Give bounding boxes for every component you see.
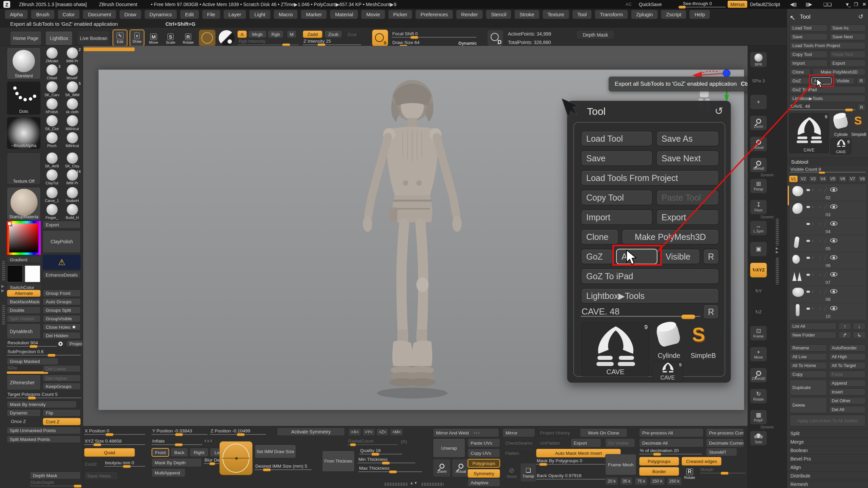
brush-slot[interactable]: 5SK_IMM	[62, 81, 82, 98]
quality-slider[interactable]: Quality 16	[359, 448, 402, 455]
contrast-icon[interactable]: ◑	[818, 204, 821, 209]
mask-by-depth-button[interactable]: Mask By Depth	[152, 458, 202, 467]
dock-goz-to-ipad[interactable]: GoZ To iPad	[790, 86, 866, 93]
polypaint-icon[interactable]: ●●	[806, 255, 809, 260]
subtool-row[interactable]: ●● ◐ ◑ ╱ 07	[790, 269, 866, 286]
menu-item[interactable]: Alpha	[5, 10, 28, 19]
shelf-item[interactable]: Dynamic ⊞ Persp	[748, 174, 787, 194]
morph-slider[interactable]: Morph	[700, 467, 746, 474]
main-color-swatch[interactable]	[7, 265, 23, 283]
tool-name-slider[interactable]: CAVE. 48	[581, 306, 700, 318]
cust2-label[interactable]: Cust2	[85, 462, 97, 467]
save-views-button[interactable]: Save Views	[84, 472, 118, 480]
move-mode-button[interactable]: MMove	[146, 31, 161, 46]
pen-icon[interactable]: ╱	[824, 221, 827, 226]
depth-mask-sidebar-button[interactable]: Depth Mask	[30, 472, 81, 479]
creased-edges-toggle[interactable]: Creased edges	[682, 457, 722, 466]
shelf-scrollbar[interactable]	[776, 258, 779, 285]
paste-button[interactable]: Paste	[829, 371, 866, 378]
rotate-mode-button[interactable]: RRotate	[180, 31, 196, 46]
gradient-toggle[interactable]: Gradient	[7, 256, 41, 263]
menu-item[interactable]: Document	[83, 10, 116, 19]
menu-item[interactable]: Movie	[361, 10, 385, 19]
radialcount-slider[interactable]: RadialCount	[348, 439, 398, 446]
work-on-clone-button[interactable]: Work On Clone	[580, 428, 627, 437]
contrast-icon[interactable]: ◑	[818, 238, 821, 243]
actual-canvas-button[interactable]: Actual	[452, 459, 470, 477]
see-through-slider[interactable]: See-through 0	[678, 1, 726, 8]
radial-axis-toggle[interactable]: >X<	[349, 428, 361, 436]
export-button[interactable]: Export	[656, 209, 719, 225]
lightbox-button[interactable]: LightBox	[45, 31, 73, 45]
pen-icon[interactable]: ╱	[824, 238, 827, 243]
menu-item[interactable]: Tool	[572, 10, 592, 19]
dynamic-button[interactable]: Dynamic	[7, 409, 41, 416]
zadd-toggle[interactable]: Zadd	[303, 30, 322, 38]
radial-axis-toggle[interactable]: >M<	[390, 428, 403, 436]
shelf-item[interactable]: +	[748, 89, 787, 109]
brush-slot[interactable]: SnakeH	[62, 187, 82, 204]
subtool-scrollbar[interactable]	[788, 192, 789, 205]
do-visible-button[interactable]: Do Visible	[605, 439, 635, 447]
copy-button[interactable]: Copy	[790, 371, 827, 378]
symmetry-toggle[interactable]: Symmetry	[468, 469, 500, 478]
bottom-scroll-arrows[interactable]: ▲▼	[410, 481, 418, 485]
all-to-target-button[interactable]: All To Target	[829, 362, 866, 369]
append-button[interactable]: Append	[829, 380, 866, 387]
eye-icon[interactable]	[830, 306, 837, 310]
menus-toggle[interactable]: Menus	[728, 1, 747, 8]
decimation-percent-slider[interactable]: % of decimation 20	[639, 448, 702, 455]
pen-icon[interactable]: ╱	[824, 289, 827, 294]
polycount-preset-button[interactable]: 250 k	[667, 477, 682, 485]
y-position-slider[interactable]: Y Position -0.33843	[152, 428, 208, 436]
polypaint-icon[interactable]: ●●	[806, 238, 809, 243]
menu-item[interactable]: Picker	[388, 10, 413, 19]
brush-slot[interactable]: sk cloth	[62, 98, 82, 115]
polypaint-icon[interactable]: ●●	[806, 187, 809, 192]
menu-item[interactable]: Help	[689, 10, 710, 19]
visibility-tab[interactable]: V2	[799, 176, 808, 182]
sidebar-scrollbar[interactable]	[2, 261, 5, 281]
subprojection-slider[interactable]: SubProjection 0.6	[7, 349, 81, 357]
split-masked-points-button[interactable]: Split Masked Points	[7, 436, 81, 443]
bottom-scrollbar[interactable]	[384, 483, 408, 486]
x-position-slider[interactable]: X Position 0	[84, 428, 145, 436]
frame-mesh-button[interactable]: Frame Mesh	[605, 454, 636, 475]
visibility-tab[interactable]: V1	[789, 176, 798, 182]
mask-by-polygroups-slider[interactable]: Mask By Polygroups 0	[536, 458, 615, 466]
paste-uvs-button[interactable]: Paste UVs	[468, 439, 500, 447]
eye-icon[interactable]	[830, 221, 837, 226]
flatten-button[interactable]: Flatten	[502, 449, 535, 458]
m-toggle[interactable]: M	[287, 30, 296, 38]
tool-popup-panel[interactable]: Tool ↺ Load Tool Save As Save Save Next …	[567, 101, 731, 383]
outerdepth-slider[interactable]: OuterDepth	[30, 480, 81, 487]
alpha-brushalpha[interactable]: ~BrushAlpha	[7, 117, 41, 149]
dock-reset-icon[interactable]: ↺	[858, 13, 863, 20]
menu-item[interactable]: Texture	[542, 10, 569, 19]
storemt-button[interactable]: StoreMT	[706, 448, 737, 456]
current-brush-icon[interactable]	[199, 29, 216, 46]
double-button[interactable]: Double	[7, 307, 41, 314]
border-toggle[interactable]: Border	[639, 467, 679, 476]
alternate-button[interactable]: Alternate	[7, 290, 41, 297]
min-thickness-slider[interactable]: Min Thickness	[358, 457, 415, 464]
live-boolean-button[interactable]: Live Boolean	[77, 31, 110, 45]
subtool-row[interactable]: ●● ◐ ◑ ╱ 09	[790, 286, 866, 303]
eye-icon[interactable]	[830, 187, 837, 192]
contrast-icon[interactable]: ◑	[818, 221, 821, 226]
save-next-button[interactable]: Save Next	[656, 150, 719, 166]
menu-item[interactable]: Color	[58, 10, 80, 19]
menu-item[interactable]: Dynamics	[144, 10, 177, 19]
brush-slot[interactable]: Carve_1	[42, 187, 62, 204]
shelf-scrollbar[interactable]	[776, 219, 779, 246]
menu-item[interactable]: Material	[330, 10, 358, 19]
shelf-item[interactable]: ↻ Rotate	[748, 384, 787, 404]
menu-item[interactable]: Layer	[223, 10, 246, 19]
dynamic-label[interactable]: Dynamic	[458, 41, 477, 46]
dock-tool-name-slider[interactable]: CAVE. 48	[790, 104, 855, 111]
new-folder-button[interactable]: New Folder	[790, 331, 836, 339]
brush-slot[interactable]: Build_H	[62, 204, 82, 221]
shelf-item[interactable]: ↻Y	[748, 279, 787, 299]
move-out-button[interactable]: ↱	[839, 331, 851, 339]
depth-mask-button[interactable]: Depth Mask	[576, 30, 614, 39]
